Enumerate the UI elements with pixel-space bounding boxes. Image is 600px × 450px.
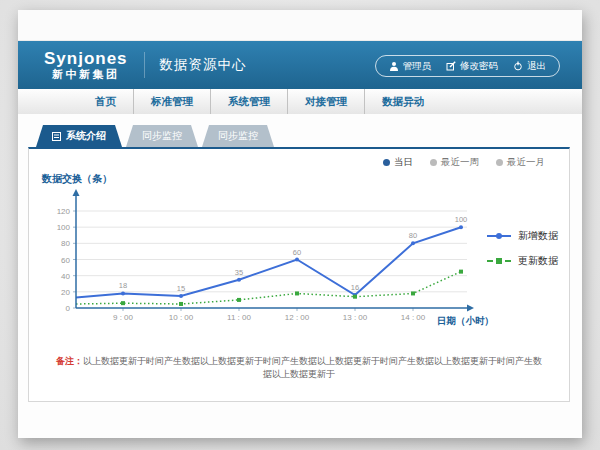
tab-sync-monitor-1[interactable]: 同步监控: [126, 125, 198, 147]
line-chart: 0204060801001209 : 0010 : 0011 : 0012 : …: [47, 187, 507, 339]
y-tick-label: 60: [61, 256, 70, 265]
data-point: [459, 225, 463, 229]
tab-system-intro-label: 系统介绍: [66, 129, 106, 143]
radio-today-label: 当日: [394, 156, 413, 169]
content-area: 系统介绍 同步监控 同步监控 当日 最近一周: [18, 114, 582, 438]
series-line-1: [76, 272, 461, 304]
nav-item-system-mgmt[interactable]: 系统管理: [210, 89, 287, 114]
page-title: 数据资源中心: [144, 52, 247, 78]
radio-today[interactable]: 当日: [383, 156, 413, 169]
x-axis-title: 日期（小时）: [437, 315, 494, 327]
tab-sync-monitor-2[interactable]: 同步监控: [202, 125, 274, 147]
footnote-prefix: 备注：: [56, 356, 83, 366]
legend-line-sample-new: [487, 235, 511, 237]
x-tick-label: 12 : 00: [285, 313, 310, 322]
brand-logo-en: Synjones: [44, 50, 128, 67]
radio-last-week[interactable]: 最近一周: [430, 156, 479, 169]
legend-marker-square: [496, 258, 502, 264]
user-menu-logout[interactable]: 退出: [513, 60, 546, 73]
tab-system-intro[interactable]: 系统介绍: [36, 125, 122, 147]
radio-today-dot: [383, 159, 390, 166]
main-nav: 首页 标准管理 系统管理 对接管理 数据异动: [18, 89, 582, 115]
legend-item-updated-data[interactable]: 更新数据: [487, 254, 573, 268]
data-point: [237, 278, 241, 282]
y-axis-arrow-icon: [73, 189, 80, 196]
y-tick-label: 0: [66, 304, 71, 313]
radio-last-month[interactable]: 最近一月: [496, 156, 545, 169]
legend-marker-circle: [496, 233, 502, 239]
y-tick-label: 100: [57, 223, 71, 232]
legend-item-new-data[interactable]: 新增数据: [487, 229, 573, 243]
document-icon: [52, 132, 61, 141]
user-menu-change-password-label: 修改密码: [460, 60, 498, 73]
time-range-filter: 当日 最近一周 最近一月: [383, 156, 545, 169]
nav-item-interface-mgmt[interactable]: 对接管理: [287, 89, 364, 114]
user-menu-logout-label: 退出: [527, 60, 546, 73]
user-menu-admin[interactable]: 管理员: [389, 60, 432, 73]
data-point-label: 35: [235, 268, 243, 277]
tab-sync-monitor-2-label: 同步监控: [218, 129, 258, 143]
edit-icon: [446, 61, 456, 71]
footnote: 备注：以上数据更新于时间产生数据以上数据更新于时间产生数据以上数据更新于时间产生…: [29, 355, 569, 381]
data-point: [411, 291, 415, 295]
x-axis-arrow-icon: [467, 305, 474, 312]
series-line-0: [76, 227, 461, 297]
user-menu-change-password[interactable]: 修改密码: [446, 60, 498, 73]
y-tick-label: 20: [61, 288, 70, 297]
x-tick-label: 14 : 00: [401, 313, 426, 322]
user-menu-admin-label: 管理员: [403, 60, 432, 73]
data-point: [121, 291, 125, 295]
legend-label-new-data: 新增数据: [518, 229, 558, 243]
data-point-label: 15: [177, 284, 185, 293]
tab-bar: 系统介绍 同步监控 同步监控: [36, 125, 278, 147]
tab-sync-monitor-1-label: 同步监控: [142, 129, 182, 143]
user-icon: [389, 61, 399, 71]
top-strip: [18, 10, 582, 41]
radio-last-week-dot: [430, 159, 437, 166]
data-point-label: 80: [409, 231, 417, 240]
data-point: [295, 291, 299, 295]
user-menu: 管理员 修改密码 退出: [375, 55, 561, 77]
data-point-label: 60: [293, 248, 301, 257]
app-header: Synjones 新中新集团 数据资源中心 管理员 修改密码: [18, 41, 582, 89]
data-point: [411, 241, 415, 245]
data-point: [121, 301, 125, 305]
data-point-label: 100: [455, 215, 468, 224]
y-tick-label: 80: [61, 239, 70, 248]
y-axis-title: 数据交换（条）: [42, 172, 112, 186]
x-tick-label: 11 : 00: [227, 313, 251, 322]
x-tick-label: 13 : 00: [343, 313, 368, 322]
radio-last-week-label: 最近一周: [441, 156, 479, 169]
data-point: [353, 295, 357, 299]
data-point-label: 16: [351, 283, 359, 292]
nav-item-home[interactable]: 首页: [78, 89, 133, 114]
footnote-text: 以上数据更新于时间产生数据以上数据更新于时间产生数据以上数据更新于时间产生数据以…: [83, 356, 542, 379]
x-tick-label: 9 : 00: [113, 313, 134, 322]
data-point: [179, 294, 183, 298]
data-point: [459, 270, 463, 274]
x-tick-label: 10 : 00: [169, 313, 194, 322]
radio-last-month-dot: [496, 159, 503, 166]
y-tick-label: 120: [57, 207, 71, 216]
data-point: [295, 258, 299, 262]
brand-logo-cn: 新中新集团: [44, 69, 128, 80]
legend-label-updated-data: 更新数据: [518, 254, 558, 268]
data-point: [237, 298, 241, 302]
radio-last-month-label: 最近一月: [507, 156, 545, 169]
nav-item-standard-mgmt[interactable]: 标准管理: [133, 89, 210, 114]
data-point-label: 18: [119, 281, 127, 290]
chart-panel: 当日 最近一周 最近一月 数据交换（条） 0204060801001209 : …: [28, 147, 570, 402]
app-window: Synjones 新中新集团 数据资源中心 管理员 修改密码: [18, 10, 582, 438]
legend-line-sample-updated: [487, 260, 511, 262]
data-point: [179, 302, 183, 306]
y-tick-label: 40: [61, 272, 70, 281]
power-icon: [513, 61, 523, 71]
chart-legend: 新增数据 更新数据: [487, 229, 573, 279]
brand-logo: Synjones 新中新集团: [44, 50, 128, 80]
nav-item-data-change[interactable]: 数据异动: [364, 89, 441, 114]
